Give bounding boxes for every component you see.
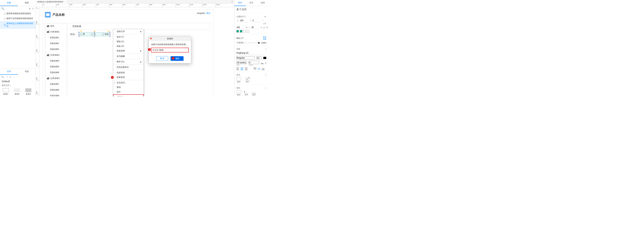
menu-order[interactable]: 顺序 (O) bbox=[113, 60, 144, 64]
font-size-input[interactable] bbox=[256, 56, 262, 60]
sidebar-sub-item[interactable]: 页面名称7 bbox=[45, 81, 67, 87]
align-icon[interactable] bbox=[240, 30, 242, 33]
marker-icon bbox=[108, 31, 109, 32]
stroke-type-swatch[interactable] bbox=[252, 90, 256, 93]
valign-bottom-icon[interactable] bbox=[262, 68, 264, 70]
tab-style[interactable]: 样式 bbox=[234, 0, 246, 6]
menu-change-shape[interactable]: 变换形状 bbox=[113, 75, 144, 80]
menu-cut[interactable]: 剪切 (T) bbox=[113, 35, 144, 39]
text-options-icon[interactable]: T bbox=[265, 62, 266, 65]
align-icon[interactable] bbox=[236, 30, 239, 33]
sidebar-sub-item[interactable]: 页面名称2 bbox=[45, 41, 67, 47]
align-icon[interactable] bbox=[243, 30, 246, 33]
add-page-icon[interactable]: ⊞ bbox=[28, 7, 31, 10]
menu-paste-options[interactable]: 粘贴选项 bbox=[113, 49, 144, 53]
page-item-active[interactable]: 使用自定义选项组实现单选组件 bbox=[0, 21, 36, 29]
menu-selected[interactable]: 选中 bbox=[113, 90, 144, 94]
radio-option[interactable]: 男 bbox=[80, 33, 85, 36]
tab-masters[interactable]: 母版 bbox=[18, 69, 36, 75]
tab-outline[interactable]: 概要 bbox=[18, 0, 36, 6]
sidebar-sub-item[interactable]: 页面名称9 bbox=[45, 93, 67, 96]
menu-lorem[interactable]: 填充乱数假文 bbox=[113, 65, 144, 70]
h-input[interactable] bbox=[251, 26, 259, 29]
mock-sidebar: 首页分类名称1页面名称1页面名称2页面名称3分类名称2页面名称4页面名称5页面名… bbox=[45, 23, 67, 96]
w-input[interactable] bbox=[236, 26, 244, 29]
sidebar-category[interactable]: 首页 bbox=[45, 23, 67, 29]
sidebar-category[interactable]: 分类名称2 bbox=[45, 52, 67, 58]
tab-widgets[interactable]: 元件 bbox=[0, 69, 18, 75]
widget-rect1[interactable]: 矩形1 bbox=[3, 88, 9, 95]
create-style-link[interactable]: 创建 bbox=[263, 38, 266, 40]
align-icon[interactable] bbox=[247, 30, 249, 33]
visibility-icon[interactable]: 👁 bbox=[264, 16, 266, 18]
sidebar-category[interactable]: 分类名称3 bbox=[45, 76, 67, 81]
cancel-button[interactable]: 取消 bbox=[156, 56, 168, 61]
widget-rect3[interactable]: 矩形3 bbox=[25, 88, 32, 95]
sidebar-sub-item[interactable]: 页面名称8 bbox=[45, 87, 67, 93]
library-select[interactable]: Default⌄ bbox=[0, 79, 36, 83]
search-icon[interactable]: 🔍 bbox=[1, 76, 4, 78]
valign-middle-icon[interactable] bbox=[258, 68, 260, 70]
radio-option[interactable]: 女 bbox=[91, 33, 96, 36]
menu-option-group[interactable]: 选项组... bbox=[113, 94, 144, 96]
menu-disable[interactable]: 禁用 bbox=[113, 85, 144, 90]
search-icon[interactable]: 🔍 bbox=[1, 7, 4, 10]
align-right-icon[interactable] bbox=[245, 68, 248, 70]
sidebar-sub-item[interactable]: 页面名称1 bbox=[45, 35, 67, 41]
menu-select-element[interactable]: 选择元件 bbox=[113, 29, 144, 34]
menu-hide[interactable]: 设为隐藏 bbox=[113, 54, 144, 59]
sidebar-sub-item[interactable]: 页面名称6 bbox=[45, 70, 67, 76]
line-height-input[interactable] bbox=[236, 61, 247, 64]
widget-group-label[interactable]: 基本元件▾ bbox=[0, 83, 36, 87]
radio-option[interactable]: 保密 bbox=[102, 33, 109, 36]
tab-notes[interactable]: 说明 bbox=[257, 0, 268, 6]
file-tab[interactable]: 使用自定义选项组实现单选组件 × bbox=[36, 0, 67, 4]
close-tab-icon[interactable]: × bbox=[64, 1, 66, 3]
x-input[interactable] bbox=[240, 19, 248, 22]
valign-top-icon[interactable] bbox=[254, 68, 256, 70]
radio-group-selection[interactable]: 男 女 保密 bbox=[79, 32, 110, 36]
library-icon[interactable]: 🗀 bbox=[10, 76, 12, 78]
align-center-icon[interactable] bbox=[240, 68, 243, 70]
group-name-input[interactable] bbox=[152, 48, 188, 52]
font-color-swatch[interactable] bbox=[263, 57, 266, 59]
horizontal-ruler[interactable]: 0100200300400500600700800900100011001200… bbox=[39, 4, 234, 7]
fill-image-swatch[interactable] bbox=[245, 77, 250, 80]
sidebar-sub-item[interactable]: 页面名称3 bbox=[45, 47, 67, 52]
more-icon[interactable]: ⋮ bbox=[13, 76, 15, 78]
sidebar-sub-item[interactable]: 页面名称4 bbox=[45, 58, 67, 64]
tab-menu-icon[interactable]: ▼ bbox=[230, 0, 234, 4]
y-input[interactable] bbox=[252, 19, 260, 22]
tab-interact[interactable]: 交互 bbox=[246, 0, 257, 6]
page-item[interactable]: 使用单选按钮实现单选组件 bbox=[0, 11, 36, 16]
vertical-ruler[interactable]: 0100200300400500600 bbox=[36, 7, 39, 96]
widget-rect2[interactable]: 矩形2 bbox=[14, 88, 20, 95]
flip-h-icon[interactable]: ⇄ bbox=[263, 26, 265, 29]
fill-color-swatch[interactable] bbox=[236, 77, 241, 80]
ok-button[interactable]: 3 确定 bbox=[170, 56, 184, 61]
logout-link[interactable]: 退出 bbox=[206, 12, 210, 14]
font-weight-input[interactable] bbox=[236, 56, 255, 60]
font-family-input[interactable] bbox=[236, 51, 266, 55]
folder-icon[interactable]: 🗀 bbox=[32, 7, 34, 10]
tab-pages[interactable]: 页面 bbox=[0, 0, 18, 6]
menu-copy[interactable]: 复制 (C) bbox=[113, 39, 144, 44]
opacity-slider[interactable] bbox=[248, 43, 260, 43]
page-item[interactable]: 使用下拉列表框实现单选组件 bbox=[0, 16, 36, 21]
align-left-icon[interactable] bbox=[236, 68, 239, 70]
stroke-color-swatch[interactable] bbox=[236, 90, 241, 93]
flip-v-icon[interactable]: ⇅ bbox=[266, 26, 268, 29]
lock-aspect-icon[interactable]: ⎌ bbox=[249, 26, 250, 29]
menu-select-shape[interactable]: 选择形状 bbox=[113, 70, 144, 75]
menu-paste[interactable]: 粘贴 (P) bbox=[113, 44, 144, 49]
close-dot-icon[interactable] bbox=[150, 38, 152, 39]
aa-icon[interactable]: Aa bbox=[261, 62, 264, 65]
stroke-width-input[interactable] bbox=[244, 90, 249, 93]
sidebar-sub-item[interactable]: 页面名称5 bbox=[45, 64, 67, 70]
menu-interaction-style[interactable]: 交互样式... bbox=[113, 81, 144, 85]
page-icon bbox=[4, 13, 6, 15]
char-spacing-input[interactable] bbox=[248, 61, 259, 64]
update-style-link[interactable]: 更新 bbox=[263, 36, 266, 38]
add-icon[interactable]: + bbox=[6, 76, 8, 78]
sidebar-category[interactable]: 分类名称1 bbox=[45, 29, 67, 35]
